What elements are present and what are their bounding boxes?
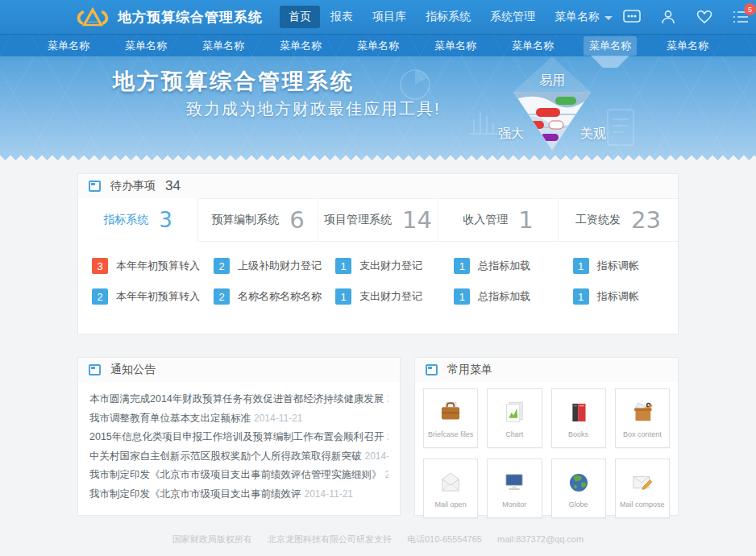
top-menu-indicators[interactable]: 指标系统 <box>417 6 480 28</box>
tab-budget-system[interactable]: 预算编制系统6 <box>197 198 318 242</box>
todo-tabs: 指标系统3 预算编制系统6 项目管理系统14 收入管理1 工资统发23 <box>78 198 678 242</box>
menu-tile-chart[interactable]: Chart <box>487 388 542 448</box>
tab-income-mgmt[interactable]: 收入管理1 <box>438 198 558 242</box>
top-menu: 首页 报表 项目库 指标系统 系统管理 菜单名称 <box>279 6 622 28</box>
notice-item[interactable]: 本市圆满完成2014年财政预算任务有效促进首都经济持续健康发展2015-01-0… <box>89 390 388 409</box>
subnav-item-3[interactable]: 菜单名称 <box>197 36 250 56</box>
todo-item[interactable]: 1指标调帐 <box>559 258 678 274</box>
todo-title: 待办事项 <box>110 179 156 193</box>
todo-total-count: 34 <box>165 178 181 194</box>
menu-tile-books[interactable]: Books <box>551 388 606 448</box>
box-content-icon <box>629 399 656 426</box>
panel-icon <box>426 364 438 376</box>
subnav-item-2[interactable]: 菜单名称 <box>119 36 172 56</box>
subnav-item-6[interactable]: 菜单名称 <box>429 36 482 56</box>
notice-item[interactable]: 中关村国家自主创新示范区股权奖励个人所得政策取得新突破2014-11-21 <box>89 447 388 467</box>
todo-item[interactable]: 2本年年初预算转入 <box>78 288 200 305</box>
menu-tile-grid: Briefcase files Chart <box>415 382 678 525</box>
secondary-navbar: 菜单名称 菜单名称 菜单名称 菜单名称 菜单名称 菜单名称 菜单名称 菜单名称 … <box>0 34 756 56</box>
subnav-item-1[interactable]: 菜单名称 <box>42 36 95 56</box>
footer-mail: mail:837372@qq.com <box>497 534 584 544</box>
user-icon[interactable] <box>658 7 678 27</box>
notice-list: 本市圆满完成2014年财政预算任务有效促进首都经济持续健康发展2015-01-0… <box>78 382 400 504</box>
message-icon[interactable] <box>622 7 642 27</box>
panel-icon <box>89 364 101 376</box>
notices-card-header: 通知公告 <box>78 358 400 382</box>
notice-item[interactable]: 我市制定印发《北京市市级项目支出事前绩效评2014-11-21 <box>89 485 388 504</box>
common-menus-card: 常用菜单 Briefcase files <box>414 357 679 516</box>
app-title: 地方预算综合管理系统 <box>118 8 263 27</box>
page-footer: 国家财政局版权所有 北京龙图科技有限公司研发支持 电话010-65554765 … <box>0 533 756 546</box>
todo-item[interactable]: 1支出财力登记 <box>322 288 440 305</box>
subnav-item-9[interactable]: 菜单名称 <box>661 36 714 56</box>
main-content: 待办事项 34 指标系统3 预算编制系统6 项目管理系统14 收入管理1 工资统… <box>77 173 679 516</box>
top-menu-projects[interactable]: 项目库 <box>363 6 415 28</box>
sawtooth-edge <box>0 154 756 162</box>
pyramid-label-top: 易用 <box>539 73 565 92</box>
mail-compose-icon <box>629 469 656 496</box>
chart-icon <box>501 399 528 426</box>
hero-banner: 地方预算综合管理系统 致力成为地方财政最佳应用工具! 易用 强大 美观 <box>0 56 756 161</box>
mail-open-icon <box>437 469 464 496</box>
top-menu-system[interactable]: 系统管理 <box>481 6 544 28</box>
pyramid-top-triangle: 易用 <box>513 56 591 92</box>
globe-icon <box>565 469 592 496</box>
briefcase-icon <box>437 399 464 426</box>
top-menu-reports[interactable]: 报表 <box>322 6 362 28</box>
subnav-item-4[interactable]: 菜单名称 <box>274 36 327 56</box>
notice-item[interactable]: 我市制定印发《北京市市级项目支出事前绩效评估管理实施细则》2014-11-21 <box>89 466 388 485</box>
chevron-down-icon <box>604 16 613 20</box>
subnav-item-7[interactable]: 菜单名称 <box>506 36 559 56</box>
todo-item[interactable]: 1总指标加载 <box>440 288 559 305</box>
subnav-item-8[interactable]: 菜单名称 <box>584 36 637 56</box>
app-logo-icon <box>76 5 110 29</box>
monitor-icon <box>501 469 528 496</box>
feature-pyramid: 易用 强大 美观 <box>492 56 613 158</box>
abacus-map-image <box>513 92 591 150</box>
hero-title: 地方预算综合管理系统 <box>113 67 355 96</box>
notices-card: 通知公告 本市圆满完成2014年财政预算任务有效促进首都经济持续健康发展2015… <box>77 357 401 516</box>
pyramid-label-left: 强大 <box>498 126 524 143</box>
top-navbar: 地方预算综合管理系统 首页 报表 项目库 指标系统 系统管理 菜单名称 5 <box>0 0 756 34</box>
subnav-item-5[interactable]: 菜单名称 <box>351 36 405 56</box>
top-menu-more[interactable]: 菜单名称 <box>546 6 621 28</box>
todo-items-grid: 3本年年初预算转入 2上级补助财力登记 1支出财力登记 1总指标加载 1指标调帐… <box>78 242 678 305</box>
todo-item[interactable]: 1指标调帐 <box>559 288 678 305</box>
tab-salary[interactable]: 工资统发23 <box>558 198 678 242</box>
menu-tile-mail-compose[interactable]: Mail compose <box>615 458 670 518</box>
footer-developer: 北京龙图科技有限公司研发支持 <box>268 534 392 544</box>
todo-item[interactable]: 2上级补助财力登记 <box>200 258 322 274</box>
tab-indicator-system[interactable]: 指标系统3 <box>78 198 197 242</box>
todo-item[interactable]: 1支出财力登记 <box>322 258 440 274</box>
menu-tile-box[interactable]: Box content <box>615 388 670 448</box>
todo-item[interactable]: 2名称名称名称名称 <box>200 288 322 305</box>
todo-item[interactable]: 3本年年初预算转入 <box>78 258 200 274</box>
footer-copyright: 国家财政局版权所有 <box>172 534 252 544</box>
todo-item[interactable]: 1总指标加载 <box>440 258 559 274</box>
pyramid-image-triangle <box>513 92 591 150</box>
hero-subtitle: 致力成为地方财政最佳应用工具! <box>186 98 441 120</box>
menu-tile-mail-open[interactable]: Mail open <box>423 458 478 518</box>
menu-tile-monitor[interactable]: Monitor <box>487 458 542 518</box>
app-page: 地方预算综合管理系统 首页 报表 项目库 指标系统 系统管理 菜单名称 5 <box>0 0 756 556</box>
tab-project-system[interactable]: 项目管理系统14 <box>318 198 438 242</box>
heart-icon[interactable] <box>695 7 714 27</box>
top-icon-group: 5 <box>622 7 756 27</box>
list-icon[interactable]: 5 <box>731 7 750 27</box>
notices-title: 通知公告 <box>110 363 156 377</box>
menus-card-header: 常用菜单 <box>415 358 678 382</box>
menu-tile-briefcase[interactable]: Briefcase files <box>423 388 478 448</box>
todo-card: 待办事项 34 指标系统3 预算编制系统6 项目管理系统14 收入管理1 工资统… <box>77 173 679 334</box>
notification-badge: 5 <box>744 3 756 15</box>
top-menu-home[interactable]: 首页 <box>280 6 320 28</box>
notice-item[interactable]: 2015年信息化类项目申报工作培训及预算编制工作布置会顺利召开2014-11-2… <box>89 428 388 447</box>
menus-title: 常用菜单 <box>447 363 492 377</box>
menu-tile-globe[interactable]: Globe <box>551 458 606 518</box>
notice-item[interactable]: 我市调整教育单位基本支出定额标准2014-11-21 <box>89 409 388 429</box>
todo-card-header: 待办事项 34 <box>78 174 678 198</box>
footer-phone: 电话010-65554765 <box>407 534 482 544</box>
books-icon <box>565 399 592 426</box>
pyramid-label-right: 美观 <box>580 126 606 143</box>
panel-icon <box>89 180 101 192</box>
